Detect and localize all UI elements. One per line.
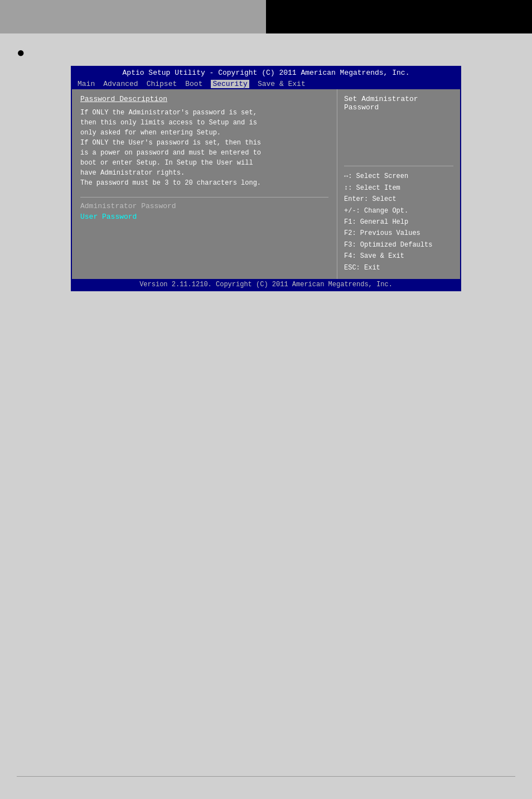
admin-password-field[interactable]: Administrator Password — [80, 202, 328, 210]
bios-left-panel: Password Description If ONLY the Adminis… — [72, 89, 337, 279]
bios-screen: Aptio Setup Utility - Copyright (C) 2011… — [71, 66, 461, 291]
help-esc: ESC: Exit — [344, 262, 453, 273]
help-previous: F2: Previous Values — [344, 228, 453, 239]
banner-right — [266, 0, 532, 33]
divider — [80, 197, 328, 198]
menu-item-boot[interactable]: Boot — [185, 80, 202, 88]
bullet-point: ● — [17, 45, 532, 60]
section-title: Password Description — [80, 95, 328, 103]
desc-line-4: If ONLY the User's password is set, then… — [80, 138, 328, 148]
help-select-screen: ↔: Select Screen — [344, 171, 453, 182]
top-banner — [0, 0, 532, 33]
menu-item-security[interactable]: Security — [211, 80, 249, 88]
password-description: If ONLY the Administrator's password is … — [80, 108, 328, 188]
help-text: ↔: Select Screen ↕: Select Item Enter: S… — [344, 171, 453, 273]
desc-line-6: boot or enter Setup. In Setup the User w… — [80, 158, 328, 168]
status-bar-text: Version 2.11.1210. Copyright (C) 2011 Am… — [139, 281, 393, 288]
desc-line-7: have Administrator rights. — [80, 168, 328, 178]
user-password-field[interactable]: User Password — [80, 213, 328, 221]
menu-item-chipset[interactable]: Chipset — [147, 80, 177, 88]
right-spacer — [344, 118, 453, 161]
bottom-divider — [17, 776, 515, 777]
menu-item-save-exit[interactable]: Save & Exit — [258, 80, 306, 88]
bios-body: Password Description If ONLY the Adminis… — [72, 89, 460, 279]
desc-line-1: If ONLY the Administrator's password is … — [80, 108, 328, 118]
help-optimized: F3: Optimized Defaults — [344, 239, 453, 251]
help-change-opt: +/-: Change Opt. — [344, 205, 453, 216]
help-enter-select: Enter: Select — [344, 194, 453, 205]
menu-item-advanced[interactable]: Advanced — [103, 80, 138, 88]
bios-status-bar: Version 2.11.1210. Copyright (C) 2011 Am… — [72, 279, 460, 290]
desc-line-2: then this only limits access to Setup an… — [80, 118, 328, 128]
bios-right-panel: Set Administrator Password ↔: Select Scr… — [337, 89, 460, 279]
bios-title-text: Aptio Setup Utility - Copyright (C) 2011… — [123, 69, 410, 77]
bios-title: Aptio Setup Utility - Copyright (C) 2011… — [72, 67, 460, 79]
desc-line-5: is a power on password and must be enter… — [80, 148, 328, 158]
bios-menu-bar: Main Advanced Chipset Boot Security Save… — [72, 79, 460, 89]
menu-item-main[interactable]: Main — [78, 80, 95, 88]
desc-line-8: The password must be 3 to 20 characters … — [80, 178, 328, 188]
right-panel-title: Set Administrator Password — [344, 95, 453, 112]
help-general: F1: General Help — [344, 216, 453, 228]
help-select-item: ↕: Select Item — [344, 182, 453, 194]
desc-line-3: only asked for when entering Setup. — [80, 128, 328, 138]
banner-left — [0, 0, 266, 33]
help-save-exit: F4: Save & Exit — [344, 251, 453, 262]
right-divider — [344, 166, 453, 166]
